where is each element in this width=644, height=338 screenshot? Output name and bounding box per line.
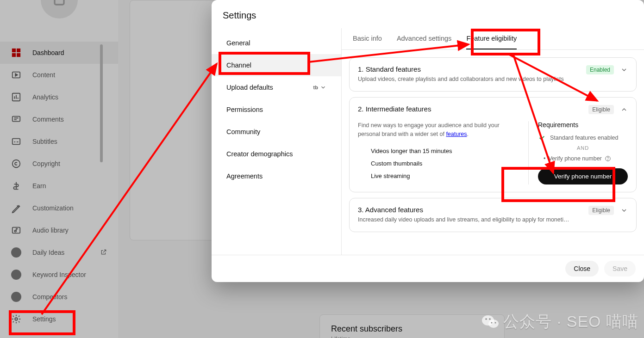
svg-point-28 [486, 318, 488, 320]
chevron-down-icon [320, 84, 326, 91]
settings-nav-upload-defaults[interactable]: Upload defaultstb [212, 76, 341, 98]
plugin-icon [11, 270, 21, 280]
svg-point-9 [13, 160, 20, 168]
svg-point-29 [489, 318, 491, 320]
nav-keyword-inspector[interactable]: Keyword Inspector [0, 264, 118, 286]
status-badge-eligible: Eligible [588, 105, 614, 114]
nav-earn[interactable]: Earn [0, 175, 118, 197]
recent-title: Recent subscribers [331, 324, 493, 334]
nav-item-label: Upload defaults [226, 84, 273, 91]
close-button[interactable]: Close [565, 261, 599, 277]
feature-item: Videos longer than 15 minutes [371, 145, 519, 157]
comments-icon [11, 114, 21, 124]
nav-label: Competitors [32, 293, 67, 301]
scrollbar[interactable] [100, 44, 103, 162]
earn-icon [11, 181, 21, 191]
nav-label: Customization [32, 204, 74, 212]
feature-description: Find new ways to engage your audience an… [358, 121, 519, 139]
tab-feature-eligibility[interactable]: Feature eligibility [466, 35, 517, 49]
nav-competitors[interactable]: Competitors [0, 286, 118, 308]
chevron-up-icon [620, 106, 628, 113]
svg-point-31 [495, 322, 496, 324]
help-icon[interactable] [605, 155, 611, 162]
nav-label: Settings [32, 315, 56, 323]
nav-label: Comments [32, 116, 64, 123]
svg-rect-4 [17, 54, 20, 56]
recent-sub: Lifetime [331, 336, 493, 338]
feature-advanced: 3. Advanced features Increased daily vid… [349, 198, 637, 232]
modal-title: Settings [212, 0, 644, 28]
features-link[interactable]: features [446, 131, 467, 137]
nav-label: Analytics [32, 93, 58, 101]
requirements-and: AND [538, 145, 628, 151]
tb-badge: tb [313, 84, 326, 91]
tab-advanced-settings[interactable]: Advanced settings [397, 35, 452, 49]
svg-rect-1 [13, 49, 15, 52]
nav-label: Copyright [32, 160, 60, 167]
feature-title: 2. Intermediate features [358, 105, 431, 113]
settings-nav-agreements[interactable]: Agreements [212, 165, 341, 187]
tab-basic-info[interactable]: Basic info [353, 35, 382, 49]
subtitles-icon [11, 136, 21, 147]
feature-item: Custom thumbnails [371, 157, 519, 170]
plugin-icon [11, 292, 21, 302]
channel-avatar[interactable] [41, 0, 78, 18]
audio-library-icon [11, 225, 21, 235]
external-icon [100, 249, 107, 257]
nav-label: Content [32, 71, 55, 79]
feature-title: 1. Standard features [358, 65, 564, 73]
settings-nav-creator-demographics[interactable]: Creator demographics [212, 143, 341, 165]
analytics-icon [11, 92, 21, 102]
verify-phone-button[interactable]: Verify phone number [538, 168, 628, 184]
intermediate-feature-list: Videos longer than 15 minutes Custom thu… [358, 145, 519, 182]
status-badge-eligible: Eligible [588, 206, 614, 215]
nav-settings[interactable]: Settings [0, 308, 118, 330]
dashboard-icon [11, 48, 21, 58]
settings-nav-general[interactable]: General [212, 32, 341, 54]
check-icon [538, 134, 545, 141]
nav-customization[interactable]: Customization [0, 197, 118, 219]
feature-sub: Increased daily video uploads and live s… [358, 215, 569, 224]
plugin-icon [11, 247, 21, 258]
feature-intermediate-header[interactable]: 2. Intermediate features Eligible [358, 105, 628, 115]
settings-modal: Settings General Channel Upload defaults… [212, 0, 644, 282]
svg-point-27 [488, 320, 499, 328]
requirement-ok: Standard features enabled [538, 134, 628, 141]
save-button[interactable]: Save [604, 261, 636, 277]
settings-nav: General Channel Upload defaultstb Permis… [212, 28, 341, 255]
nav-label: Keyword Inspector [32, 271, 86, 278]
channel-tabs: Basic info Advanced settings Feature eli… [342, 28, 644, 50]
feature-standard-header[interactable]: 1. Standard features Upload videos, crea… [358, 65, 628, 84]
gear-icon [11, 314, 21, 324]
feature-advanced-header[interactable]: 3. Advanced features Increased daily vid… [358, 206, 628, 224]
content-icon [11, 70, 21, 80]
settings-nav-community[interactable]: Community [212, 121, 341, 143]
avatar-zone [0, 0, 118, 42]
modal-footer: Close Save [212, 255, 644, 282]
settings-nav-channel[interactable]: Channel [212, 54, 341, 76]
nav-daily-ideas[interactable]: Daily Ideas [0, 241, 118, 264]
chevron-down-icon [620, 207, 628, 214]
studio-sidebar: Dashboard Content Analytics Comments Sub… [0, 0, 118, 338]
feature-standard: 1. Standard features Upload videos, crea… [349, 57, 637, 92]
customization-icon [11, 203, 21, 213]
copyright-icon [11, 159, 21, 169]
nav-label: Earn [32, 182, 46, 190]
watermark: 公众号 · SEO 喵喵 [481, 311, 638, 332]
nav-audio-library[interactable]: Audio library [0, 219, 118, 241]
feature-intermediate: 2. Intermediate features Eligible Find n… [349, 97, 637, 192]
status-badge-enabled: Enabled [586, 65, 614, 74]
svg-rect-8 [13, 139, 20, 145]
watermark-text: 公众号 · SEO 喵喵 [503, 311, 638, 332]
nav-label: Dashboard [32, 49, 64, 56]
wechat-icon [481, 313, 500, 331]
feature-item: Live streaming [371, 170, 519, 182]
nav-label: Subtitles [32, 138, 57, 145]
requirement-todo: Verify phone number [538, 155, 628, 162]
feature-sub: Upload videos, create playlists and add … [358, 75, 564, 84]
svg-point-17 [607, 160, 608, 160]
nav-label: Daily Ideas [32, 249, 64, 256]
settings-nav-permissions[interactable]: Permissions [212, 98, 341, 121]
svg-point-12 [15, 318, 18, 320]
svg-rect-3 [13, 54, 15, 56]
